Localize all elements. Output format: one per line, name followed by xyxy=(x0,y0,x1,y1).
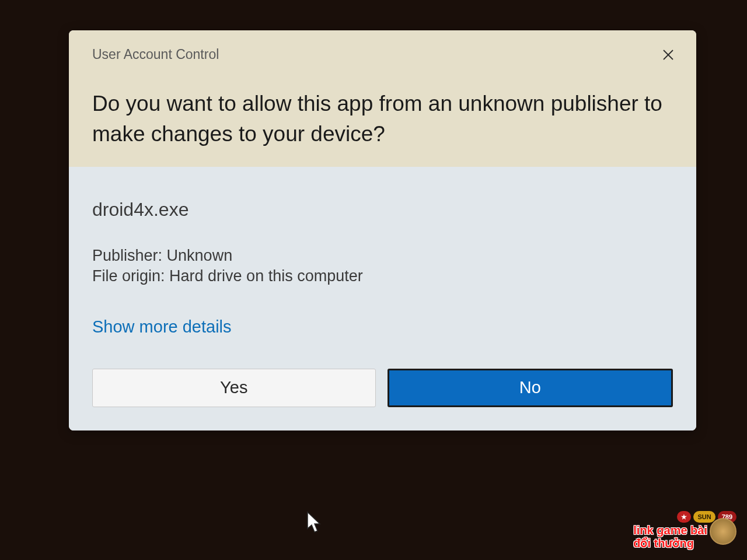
publisher-info: Publisher: Unknown xyxy=(92,247,673,265)
close-icon xyxy=(662,49,674,61)
no-button[interactable]: No xyxy=(388,369,673,407)
watermark-line1: link game bài xyxy=(633,524,707,537)
yes-button[interactable]: Yes xyxy=(92,369,376,407)
app-name: droid4x.exe xyxy=(92,199,673,220)
watermark-line2: đổi thưởng xyxy=(633,537,707,550)
origin-info: File origin: Hard drive on this computer xyxy=(92,267,673,285)
watermark: ★ SUN 789 link game bài đổi thưởng xyxy=(633,511,736,550)
button-row: Yes No xyxy=(92,369,673,413)
badge-sun: SUN xyxy=(693,511,715,523)
badge-icon: ★ xyxy=(677,511,691,523)
dialog-title: User Account Control xyxy=(92,47,673,62)
uac-dialog: User Account Control Do you want to allo… xyxy=(69,30,696,430)
publisher-value: Unknown xyxy=(167,247,233,264)
dialog-question: Do you want to allow this app from an un… xyxy=(92,89,673,149)
close-button[interactable] xyxy=(659,46,678,64)
dialog-header: User Account Control Do you want to allo… xyxy=(69,30,696,167)
origin-label: File origin: xyxy=(92,267,165,285)
cursor-icon xyxy=(306,511,324,534)
show-more-details-link[interactable]: Show more details xyxy=(92,317,232,337)
badge-circle-icon xyxy=(710,518,736,545)
publisher-label: Publisher: xyxy=(92,247,162,264)
dialog-body: droid4x.exe Publisher: Unknown File orig… xyxy=(69,167,696,430)
origin-value: Hard drive on this computer xyxy=(169,267,363,285)
